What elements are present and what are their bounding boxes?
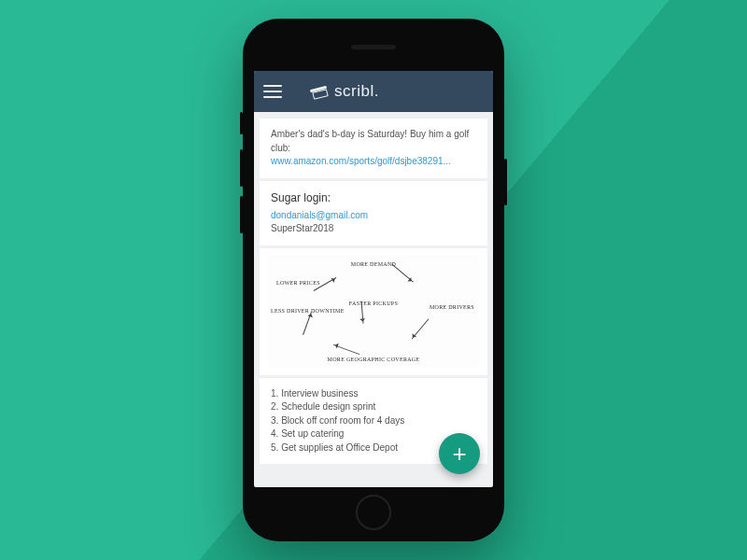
notes-list[interactable]: Amber's dad's b-day is Saturday! Buy him…: [254, 112, 493, 487]
note-link[interactable]: www.amazon.com/sports/golf/dsjbe38291...: [271, 156, 451, 166]
app-brand: scribl.: [310, 82, 379, 101]
menu-icon[interactable]: [263, 85, 282, 98]
app-title: scribl.: [334, 82, 379, 101]
sketch-node: MORE GEOGRAPHIC COVERAGE: [328, 357, 420, 362]
note-card[interactable]: Amber's dad's b-day is Saturday! Buy him…: [260, 119, 487, 178]
sketch-node: LESS DRIVER DOWNTIME: [271, 308, 312, 314]
list-item: Interview business: [271, 387, 476, 401]
sketch-node: MORE DEMAND: [351, 261, 396, 267]
flywheel-sketch: MORE DEMAND MORE DRIVERS MORE GEOGRAPHIC…: [267, 256, 480, 368]
sketch-arrow: [391, 263, 414, 282]
volume-up-button: [240, 149, 243, 187]
app-screen: scribl. Amber's dad's b-day is Saturday!…: [254, 71, 493, 487]
note-card-diagram[interactable]: MORE DEMAND MORE DRIVERS MORE GEOGRAPHIC…: [260, 248, 487, 375]
list-item: Schedule design sprint: [271, 400, 476, 414]
sketch-arrow: [412, 318, 430, 339]
sketch-node: LOWER PRICES: [276, 280, 320, 286]
phone-speaker: [351, 45, 396, 49]
sketch-node: MORE DRIVERS: [430, 304, 474, 310]
volume-down-button: [240, 196, 243, 233]
note-title: Sugar login:: [271, 190, 476, 206]
note-text: Amber's dad's b-day is Saturday! Buy him…: [271, 129, 469, 153]
sketch-arrow: [333, 344, 360, 355]
mute-switch: [240, 112, 243, 134]
add-note-button[interactable]: +: [439, 433, 480, 474]
plus-icon: +: [452, 440, 466, 469]
promo-background: scribl. Amber's dad's b-day is Saturday!…: [0, 0, 747, 560]
phone-frame: scribl. Amber's dad's b-day is Saturday!…: [243, 19, 504, 541]
sketch-node: FASTER PICKUPS: [349, 301, 398, 306]
note-card[interactable]: Sugar login: dondanials@gmail.com SuperS…: [260, 181, 487, 245]
home-button[interactable]: [356, 495, 391, 530]
list-item: Block off conf room for 4 days: [271, 414, 476, 428]
scribl-logo-icon: [310, 85, 329, 98]
login-email[interactable]: dondanials@gmail.com: [271, 209, 476, 223]
sketch-arrow: [303, 312, 312, 335]
app-bar: scribl.: [254, 71, 493, 112]
power-button: [504, 159, 507, 205]
login-password: SuperStar2018: [271, 222, 476, 236]
